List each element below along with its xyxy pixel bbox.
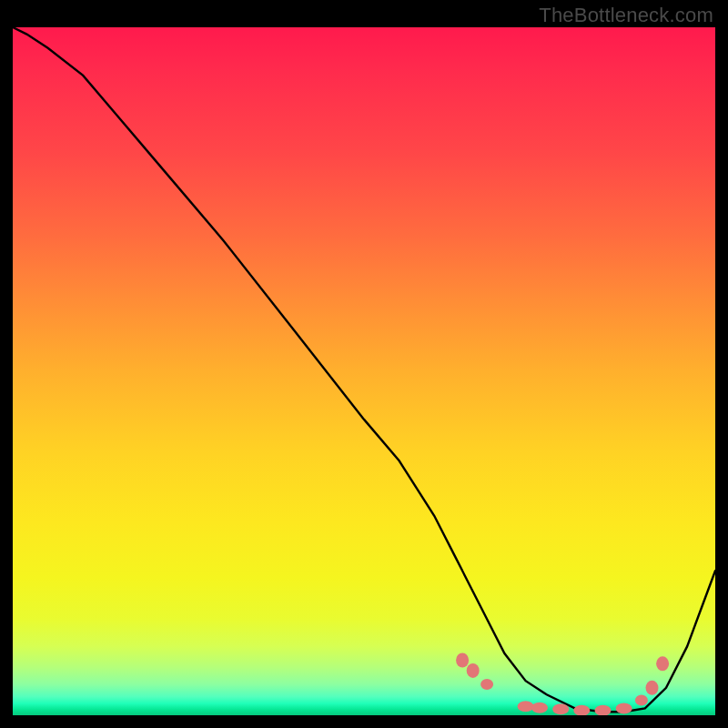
- highlight-point: [646, 681, 659, 695]
- highlight-point: [616, 703, 632, 713]
- highlight-point: [573, 705, 590, 715]
- highlight-point: [467, 663, 480, 678]
- watermark-text: TheBottleneck.com: [539, 4, 713, 27]
- curve-layer: [13, 27, 715, 715]
- highlight-point: [456, 653, 469, 668]
- highlight-point: [595, 705, 612, 715]
- highlight-point: [518, 701, 534, 712]
- highlight-points: [456, 653, 669, 716]
- highlight-point: [635, 694, 648, 705]
- highlight-point: [531, 703, 548, 713]
- highlight-point: [480, 679, 493, 690]
- plot-area: [13, 27, 715, 715]
- bottleneck-curve: [13, 27, 715, 712]
- chart-container: TheBottleneck.com: [0, 0, 728, 728]
- highlight-point: [656, 656, 669, 671]
- highlight-point: [552, 703, 569, 714]
